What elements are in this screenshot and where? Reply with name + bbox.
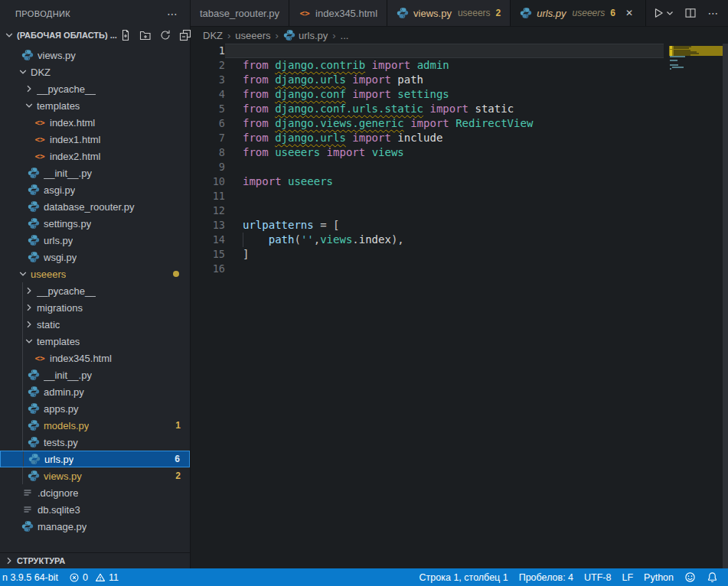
- python-file-icon: [28, 470, 40, 482]
- new-folder-icon[interactable]: [137, 27, 154, 44]
- run-button[interactable]: [650, 5, 667, 21]
- tree-folder-migrations[interactable]: migrations: [0, 299, 190, 316]
- feedback-icon[interactable]: [679, 568, 701, 586]
- tree-file-index1-html[interactable]: <>index1.html: [0, 131, 190, 148]
- python-file-icon: [397, 7, 409, 19]
- tab-tabase-roouter-py[interactable]: tabase_roouter.py: [191, 0, 289, 26]
- code-line-15[interactable]: 15]: [191, 247, 664, 262]
- collapse-all-icon[interactable]: [177, 27, 194, 44]
- tree-file--dcignore[interactable]: .dcignore: [0, 484, 190, 501]
- modified-dot: [173, 271, 179, 277]
- tree-file-index345-html[interactable]: <>index345.html: [0, 350, 190, 366]
- code-line-11[interactable]: 11: [191, 189, 664, 203]
- tree-file-apps-py[interactable]: apps.py: [0, 400, 190, 417]
- code-line-16[interactable]: 16: [191, 262, 664, 276]
- python-file-icon: [28, 402, 40, 415]
- tree-file-admin-py[interactable]: admin.py: [0, 383, 190, 400]
- split-editor-icon[interactable]: [682, 5, 699, 21]
- editor-more-icon[interactable]: ⋯: [705, 5, 722, 21]
- tree-file-manage-py[interactable]: manage.py: [0, 518, 190, 535]
- tree-file--init-py[interactable]: __init__.py: [0, 164, 190, 181]
- tree-folder-useeers[interactable]: useeers: [0, 265, 190, 282]
- tree-file-wsgi-py[interactable]: wsgi.py: [0, 249, 190, 265]
- line-number: 14: [191, 233, 225, 247]
- breadcrumb: DKZ›useeers›urls.py›...: [191, 27, 728, 44]
- tree-file-database-roouter-py[interactable]: database_roouter.py: [0, 198, 190, 215]
- breadcrumb-item[interactable]: useeers: [235, 30, 270, 41]
- python-file-icon: [28, 453, 41, 465]
- code-line-10[interactable]: 10import useeers: [191, 174, 664, 189]
- tree-file-tests-py[interactable]: tests.py: [0, 434, 190, 451]
- outline-label: СТРУКТУРА: [17, 556, 65, 565]
- outline-section-header[interactable]: СТРУКТУРА: [0, 552, 190, 568]
- code-line-7[interactable]: 7from django.urls import include: [191, 131, 664, 145]
- breadcrumb-item[interactable]: DKZ: [203, 30, 223, 41]
- tab-views-py[interactable]: views.pyuseeers2: [387, 0, 511, 26]
- tree-file-index-html[interactable]: <>index.html: [0, 114, 190, 131]
- tree-file-views-py[interactable]: views.py: [0, 47, 190, 63]
- workspace-section-header[interactable]: (РАБОЧАЯ ОБЛАСТЬ) ...: [0, 27, 190, 44]
- breadcrumb-item[interactable]: ...: [341, 30, 349, 41]
- line-number: 1: [191, 44, 225, 58]
- overview-ruler[interactable]: [723, 44, 728, 568]
- breadcrumb-item[interactable]: urls.py: [283, 29, 328, 41]
- minimap[interactable]: [669, 44, 723, 568]
- status-indentation[interactable]: Пробелов: 4: [514, 568, 579, 586]
- tree-folder--pycache-[interactable]: __pycache__: [0, 282, 190, 299]
- tree-file-index2-html[interactable]: <>index2.html: [0, 148, 190, 164]
- vscode-window: ПРОВОДНИК ⋯ (РАБОЧАЯ ОБЛАСТЬ) ... views.…: [0, 0, 728, 586]
- tree-file-db-sqlite3[interactable]: db.sqlite3: [0, 501, 190, 518]
- code-line-5[interactable]: 5from django.conf.urls.static import sta…: [191, 102, 664, 116]
- code-line-6[interactable]: 6from django.views.generic import Redire…: [191, 116, 664, 131]
- status-encoding[interactable]: UTF-8: [579, 568, 616, 586]
- code-line-8[interactable]: 8from useeers import views: [191, 145, 664, 160]
- chevron-down-icon: [17, 268, 29, 280]
- editor[interactable]: 12from django.contrib import admin3from …: [191, 44, 728, 568]
- code-line-2[interactable]: 2from django.contrib import admin: [191, 58, 664, 73]
- tree-file-urls-py[interactable]: urls.py: [0, 232, 190, 249]
- refresh-icon[interactable]: [157, 27, 174, 44]
- code-area[interactable]: 12from django.contrib import admin3from …: [191, 44, 664, 276]
- tree-file-asgi-py[interactable]: asgi.py: [0, 181, 190, 198]
- tree-file-views-py[interactable]: views.py2: [0, 467, 190, 484]
- status-language-mode[interactable]: Python: [638, 568, 679, 586]
- code-line-9[interactable]: 9: [191, 160, 664, 174]
- tab-index345-html[interactable]: <>index345.html: [289, 0, 387, 26]
- chevron-down-icon: [3, 29, 15, 41]
- line-number: 5: [191, 102, 225, 116]
- status-eol[interactable]: LF: [616, 568, 638, 586]
- problems-status[interactable]: 0 11: [64, 568, 124, 586]
- line-number: 16: [191, 262, 225, 276]
- tab-urls-py[interactable]: urls.pyuseeers6✕: [511, 0, 646, 26]
- breadcrumb-separator: ›: [276, 30, 279, 41]
- tab-problems-badge: 2: [496, 8, 501, 18]
- explorer-more-icon[interactable]: ⋯: [164, 5, 181, 22]
- tree-folder--pycache-[interactable]: __pycache__: [0, 80, 190, 97]
- status-cursor-position[interactable]: Строка 1, столбец 1: [414, 568, 514, 586]
- code-line-12[interactable]: 12: [191, 203, 664, 218]
- python-file-icon: [28, 217, 40, 230]
- tree-folder-static[interactable]: static: [0, 316, 190, 333]
- close-icon[interactable]: ✕: [622, 6, 636, 20]
- code-line-14[interactable]: 14 path('',views.index),: [191, 233, 664, 247]
- python-file-icon: [28, 419, 40, 431]
- notifications-bell-icon[interactable]: [701, 568, 723, 586]
- code-line-1[interactable]: 1: [191, 44, 664, 58]
- tree-file-models-py[interactable]: models.py1: [0, 417, 190, 434]
- code-line-3[interactable]: 3from django.urls import path: [191, 73, 664, 87]
- code-line-13[interactable]: 13urlpatterns = [: [191, 218, 664, 233]
- tree-file--init-py[interactable]: __init__.py: [0, 366, 190, 383]
- tree-file-settings-py[interactable]: settings.py: [0, 215, 190, 232]
- tree-folder-templates[interactable]: templates: [0, 333, 190, 350]
- code-line-4[interactable]: 4from django.conf import settings: [191, 87, 664, 102]
- tree-folder-templates[interactable]: templates: [0, 97, 190, 114]
- python-interpreter-status[interactable]: n 3.9.5 64-bit: [0, 568, 64, 586]
- python-file-icon: [283, 29, 295, 41]
- breadcrumb-separator: ›: [227, 30, 230, 41]
- tree-folder-dkz[interactable]: DKZ: [0, 63, 190, 80]
- line-number: 7: [191, 131, 225, 145]
- tree-file-urls-py[interactable]: urls.py6: [0, 451, 190, 467]
- explorer-sidebar: ПРОВОДНИК ⋯ (РАБОЧАЯ ОБЛАСТЬ) ... views.…: [0, 0, 191, 568]
- run-dropdown-icon[interactable]: [665, 5, 674, 21]
- new-file-icon[interactable]: [117, 27, 134, 44]
